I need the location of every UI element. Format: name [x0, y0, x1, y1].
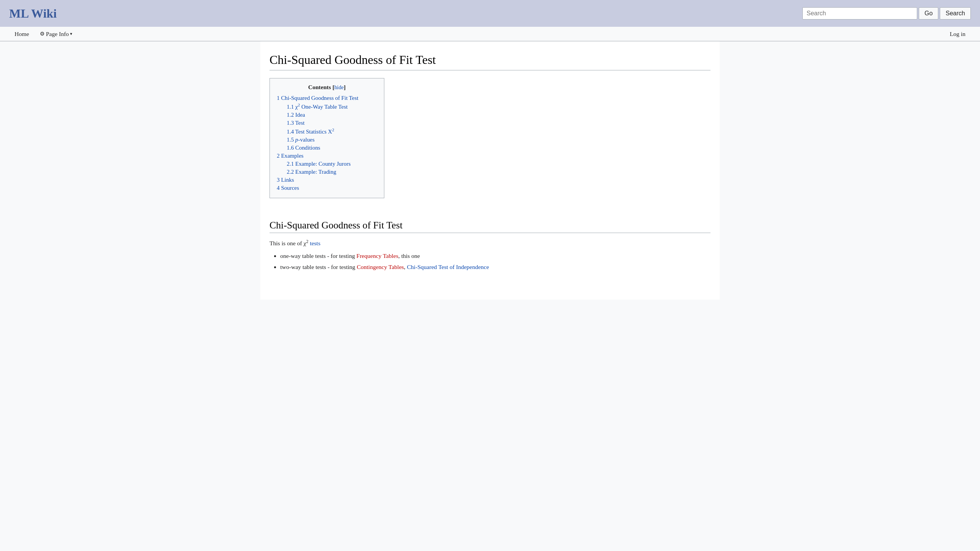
- toc-link-1[interactable]: 1 Chi-Squared Goodness of Fit Test: [277, 95, 358, 101]
- toc-link-2-2[interactable]: 2.2 Example: Trading: [287, 169, 336, 175]
- bullet-item-2: two-way table tests - for testing Contin…: [280, 262, 710, 272]
- toc-item-2-1: 2.1 Example: County Jurors: [277, 160, 377, 167]
- nav-bar: Home ⚙ Page Info ▾ Log in: [0, 27, 980, 41]
- table-of-contents: Contents [hide] 1 Chi-Squared Goodness o…: [270, 78, 384, 198]
- toc-item-2-2: 2.2 Example: Trading: [277, 168, 377, 175]
- nav-page-info[interactable]: ⚙ Page Info ▾: [34, 28, 78, 41]
- bullet-item-1: one-way table tests - for testing Freque…: [280, 251, 710, 261]
- toc-item-4: 4 Sources: [277, 184, 377, 191]
- chi-squared-independence-link[interactable]: Chi-Squared Test of Independence: [407, 264, 489, 270]
- toc-link-1-4[interactable]: 1.4 Test Statistics X2: [287, 129, 334, 135]
- toc-item-1: 1 Chi-Squared Goodness of Fit Test 1.1 χ…: [277, 95, 377, 151]
- gear-icon: ⚙: [40, 31, 45, 37]
- toc-title: Contents: [308, 84, 331, 90]
- bullet1-after: , this one: [398, 253, 420, 259]
- login-link[interactable]: Log in: [950, 31, 965, 37]
- chi-superscript: 2: [306, 239, 309, 244]
- toc-item-1-4: 1.4 Test Statistics X2: [277, 127, 377, 135]
- page-title: Chi-Squared Goodness of Fit Test: [270, 53, 710, 70]
- toc-item-2: 2 Examples 2.1 Example: County Jurors 2.…: [277, 152, 377, 175]
- toc-link-1-5[interactable]: 1.5 p-values: [287, 137, 315, 143]
- search-input[interactable]: [802, 7, 917, 20]
- toc-item-3: 3 Links: [277, 176, 377, 183]
- toc-link-4[interactable]: 4 Sources: [277, 185, 299, 191]
- frequency-tables-link[interactable]: Frequency Tables: [356, 253, 398, 259]
- site-header: ML Wiki Go Search: [0, 0, 980, 27]
- bullet2-sep: ,: [404, 264, 407, 270]
- toc-item-1-6: 1.6 Conditions: [277, 144, 377, 151]
- main-content: Chi-Squared Goodness of Fit Test Content…: [260, 41, 720, 300]
- intro-paragraph: This is one of χ2 tests one-way table te…: [270, 238, 710, 272]
- nav-right: Log in: [944, 28, 971, 41]
- intro-text-before: This is one of: [270, 240, 302, 246]
- toc-hide-link[interactable]: hide: [335, 84, 344, 90]
- toc-item-1-3: 1.3 Test: [277, 119, 377, 126]
- toc-list: 1 Chi-Squared Goodness of Fit Test 1.1 χ…: [277, 95, 377, 191]
- nav-home[interactable]: Home: [9, 28, 34, 41]
- tests-link[interactable]: tests: [310, 240, 320, 246]
- toc-link-1-1[interactable]: 1.1 χ2 One-Way Table Test: [287, 104, 348, 110]
- search-button[interactable]: Search: [940, 7, 971, 20]
- site-logo[interactable]: ML Wiki: [9, 7, 57, 21]
- nav-left: Home ⚙ Page Info ▾: [9, 28, 78, 41]
- toc-item-1-5: 1.5 p-values: [277, 136, 377, 143]
- chevron-down-icon: ▾: [70, 31, 72, 36]
- bullet-list: one-way table tests - for testing Freque…: [280, 251, 710, 272]
- toc-link-3[interactable]: 3 Links: [277, 177, 294, 183]
- search-bar: Go Search: [802, 7, 971, 20]
- toc-item-1-1: 1.1 χ2 One-Way Table Test: [277, 103, 377, 110]
- bullet2-before: two-way table tests - for testing: [280, 264, 357, 270]
- toc-item-1-2: 1.2 Idea: [277, 111, 377, 118]
- bullet1-before: one-way table tests - for testing: [280, 253, 356, 259]
- section-heading-1: Chi-Squared Goodness of Fit Test: [270, 220, 710, 233]
- toc-link-1-3[interactable]: 1.3 Test: [287, 120, 305, 126]
- toc-header: Contents [hide]: [277, 84, 377, 91]
- toc-link-2[interactable]: 2 Examples: [277, 153, 304, 159]
- toc-link-1-2[interactable]: 1.2 Idea: [287, 112, 305, 118]
- toc-link-2-1[interactable]: 2.1 Example: County Jurors: [287, 161, 351, 167]
- page-info-label: Page Info: [46, 31, 69, 37]
- contingency-tables-link[interactable]: Contingency Tables: [357, 264, 404, 270]
- toc-link-1-6[interactable]: 1.6 Conditions: [287, 145, 320, 151]
- go-button[interactable]: Go: [919, 7, 938, 20]
